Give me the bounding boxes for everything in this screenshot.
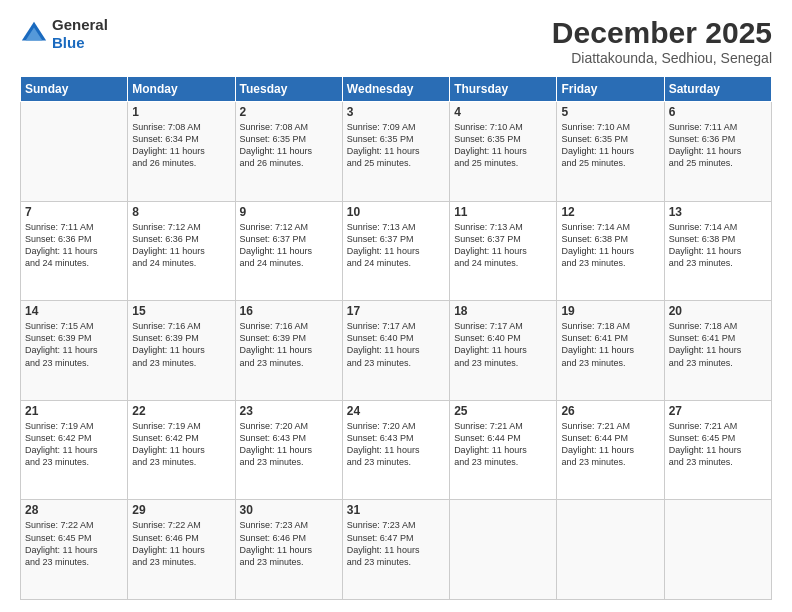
day-number: 20 <box>669 304 767 318</box>
day-info: Sunrise: 7:08 AM Sunset: 6:35 PM Dayligh… <box>240 121 338 170</box>
calendar-cell: 18Sunrise: 7:17 AM Sunset: 6:40 PM Dayli… <box>450 301 557 401</box>
day-number: 31 <box>347 503 445 517</box>
day-info: Sunrise: 7:16 AM Sunset: 6:39 PM Dayligh… <box>132 320 230 369</box>
calendar-cell: 6Sunrise: 7:11 AM Sunset: 6:36 PM Daylig… <box>664 102 771 202</box>
logo-general: General <box>52 16 108 33</box>
day-number: 7 <box>25 205 123 219</box>
logo-icon <box>20 20 48 48</box>
day-info: Sunrise: 7:16 AM Sunset: 6:39 PM Dayligh… <box>240 320 338 369</box>
day-number: 24 <box>347 404 445 418</box>
calendar-cell: 13Sunrise: 7:14 AM Sunset: 6:38 PM Dayli… <box>664 201 771 301</box>
calendar-cell: 15Sunrise: 7:16 AM Sunset: 6:39 PM Dayli… <box>128 301 235 401</box>
calendar-cell: 19Sunrise: 7:18 AM Sunset: 6:41 PM Dayli… <box>557 301 664 401</box>
day-info: Sunrise: 7:18 AM Sunset: 6:41 PM Dayligh… <box>561 320 659 369</box>
week-row-1: 1Sunrise: 7:08 AM Sunset: 6:34 PM Daylig… <box>21 102 772 202</box>
day-header-tuesday: Tuesday <box>235 77 342 102</box>
day-info: Sunrise: 7:14 AM Sunset: 6:38 PM Dayligh… <box>669 221 767 270</box>
day-info: Sunrise: 7:22 AM Sunset: 6:46 PM Dayligh… <box>132 519 230 568</box>
calendar-cell: 22Sunrise: 7:19 AM Sunset: 6:42 PM Dayli… <box>128 400 235 500</box>
calendar-cell <box>664 500 771 600</box>
day-number: 1 <box>132 105 230 119</box>
calendar-cell <box>21 102 128 202</box>
calendar-cell: 26Sunrise: 7:21 AM Sunset: 6:44 PM Dayli… <box>557 400 664 500</box>
day-number: 9 <box>240 205 338 219</box>
day-number: 16 <box>240 304 338 318</box>
logo-text: General Blue <box>52 16 108 52</box>
day-info: Sunrise: 7:11 AM Sunset: 6:36 PM Dayligh… <box>25 221 123 270</box>
day-number: 2 <box>240 105 338 119</box>
month-title: December 2025 <box>552 16 772 50</box>
calendar-cell: 16Sunrise: 7:16 AM Sunset: 6:39 PM Dayli… <box>235 301 342 401</box>
day-info: Sunrise: 7:09 AM Sunset: 6:35 PM Dayligh… <box>347 121 445 170</box>
calendar-cell: 4Sunrise: 7:10 AM Sunset: 6:35 PM Daylig… <box>450 102 557 202</box>
day-header-monday: Monday <box>128 77 235 102</box>
day-info: Sunrise: 7:17 AM Sunset: 6:40 PM Dayligh… <box>347 320 445 369</box>
day-number: 15 <box>132 304 230 318</box>
day-info: Sunrise: 7:20 AM Sunset: 6:43 PM Dayligh… <box>347 420 445 469</box>
day-header-wednesday: Wednesday <box>342 77 449 102</box>
day-number: 3 <box>347 105 445 119</box>
day-number: 10 <box>347 205 445 219</box>
logo-blue: Blue <box>52 34 85 51</box>
day-number: 14 <box>25 304 123 318</box>
day-info: Sunrise: 7:23 AM Sunset: 6:46 PM Dayligh… <box>240 519 338 568</box>
day-info: Sunrise: 7:19 AM Sunset: 6:42 PM Dayligh… <box>25 420 123 469</box>
calendar-cell: 17Sunrise: 7:17 AM Sunset: 6:40 PM Dayli… <box>342 301 449 401</box>
week-row-5: 28Sunrise: 7:22 AM Sunset: 6:45 PM Dayli… <box>21 500 772 600</box>
calendar-cell: 8Sunrise: 7:12 AM Sunset: 6:36 PM Daylig… <box>128 201 235 301</box>
calendar-cell: 3Sunrise: 7:09 AM Sunset: 6:35 PM Daylig… <box>342 102 449 202</box>
calendar-cell: 14Sunrise: 7:15 AM Sunset: 6:39 PM Dayli… <box>21 301 128 401</box>
logo: General Blue <box>20 16 108 52</box>
day-header-sunday: Sunday <box>21 77 128 102</box>
day-number: 28 <box>25 503 123 517</box>
day-info: Sunrise: 7:22 AM Sunset: 6:45 PM Dayligh… <box>25 519 123 568</box>
day-info: Sunrise: 7:11 AM Sunset: 6:36 PM Dayligh… <box>669 121 767 170</box>
calendar-cell: 21Sunrise: 7:19 AM Sunset: 6:42 PM Dayli… <box>21 400 128 500</box>
calendar-cell: 2Sunrise: 7:08 AM Sunset: 6:35 PM Daylig… <box>235 102 342 202</box>
calendar-cell: 9Sunrise: 7:12 AM Sunset: 6:37 PM Daylig… <box>235 201 342 301</box>
day-number: 4 <box>454 105 552 119</box>
day-info: Sunrise: 7:21 AM Sunset: 6:44 PM Dayligh… <box>561 420 659 469</box>
calendar-cell: 12Sunrise: 7:14 AM Sunset: 6:38 PM Dayli… <box>557 201 664 301</box>
title-block: December 2025 Diattakounda, Sedhiou, Sen… <box>552 16 772 66</box>
day-info: Sunrise: 7:13 AM Sunset: 6:37 PM Dayligh… <box>347 221 445 270</box>
calendar-cell: 24Sunrise: 7:20 AM Sunset: 6:43 PM Dayli… <box>342 400 449 500</box>
day-info: Sunrise: 7:21 AM Sunset: 6:44 PM Dayligh… <box>454 420 552 469</box>
day-number: 11 <box>454 205 552 219</box>
calendar-cell: 1Sunrise: 7:08 AM Sunset: 6:34 PM Daylig… <box>128 102 235 202</box>
calendar-cell: 20Sunrise: 7:18 AM Sunset: 6:41 PM Dayli… <box>664 301 771 401</box>
day-info: Sunrise: 7:23 AM Sunset: 6:47 PM Dayligh… <box>347 519 445 568</box>
day-number: 5 <box>561 105 659 119</box>
calendar-header: SundayMondayTuesdayWednesdayThursdayFrid… <box>21 77 772 102</box>
page: General Blue December 2025 Diattakounda,… <box>0 0 792 612</box>
calendar-cell: 25Sunrise: 7:21 AM Sunset: 6:44 PM Dayli… <box>450 400 557 500</box>
day-number: 30 <box>240 503 338 517</box>
calendar-cell: 7Sunrise: 7:11 AM Sunset: 6:36 PM Daylig… <box>21 201 128 301</box>
calendar: SundayMondayTuesdayWednesdayThursdayFrid… <box>20 76 772 600</box>
day-number: 12 <box>561 205 659 219</box>
day-info: Sunrise: 7:12 AM Sunset: 6:37 PM Dayligh… <box>240 221 338 270</box>
day-number: 13 <box>669 205 767 219</box>
calendar-cell: 29Sunrise: 7:22 AM Sunset: 6:46 PM Dayli… <box>128 500 235 600</box>
day-info: Sunrise: 7:19 AM Sunset: 6:42 PM Dayligh… <box>132 420 230 469</box>
day-info: Sunrise: 7:14 AM Sunset: 6:38 PM Dayligh… <box>561 221 659 270</box>
calendar-body: 1Sunrise: 7:08 AM Sunset: 6:34 PM Daylig… <box>21 102 772 600</box>
location: Diattakounda, Sedhiou, Senegal <box>552 50 772 66</box>
calendar-cell: 28Sunrise: 7:22 AM Sunset: 6:45 PM Dayli… <box>21 500 128 600</box>
day-header-friday: Friday <box>557 77 664 102</box>
day-number: 22 <box>132 404 230 418</box>
day-number: 26 <box>561 404 659 418</box>
calendar-cell: 10Sunrise: 7:13 AM Sunset: 6:37 PM Dayli… <box>342 201 449 301</box>
day-info: Sunrise: 7:18 AM Sunset: 6:41 PM Dayligh… <box>669 320 767 369</box>
week-row-3: 14Sunrise: 7:15 AM Sunset: 6:39 PM Dayli… <box>21 301 772 401</box>
day-number: 6 <box>669 105 767 119</box>
day-header-saturday: Saturday <box>664 77 771 102</box>
day-info: Sunrise: 7:21 AM Sunset: 6:45 PM Dayligh… <box>669 420 767 469</box>
day-info: Sunrise: 7:10 AM Sunset: 6:35 PM Dayligh… <box>561 121 659 170</box>
calendar-cell <box>557 500 664 600</box>
day-number: 8 <box>132 205 230 219</box>
calendar-cell <box>450 500 557 600</box>
day-info: Sunrise: 7:08 AM Sunset: 6:34 PM Dayligh… <box>132 121 230 170</box>
day-number: 23 <box>240 404 338 418</box>
day-header-thursday: Thursday <box>450 77 557 102</box>
